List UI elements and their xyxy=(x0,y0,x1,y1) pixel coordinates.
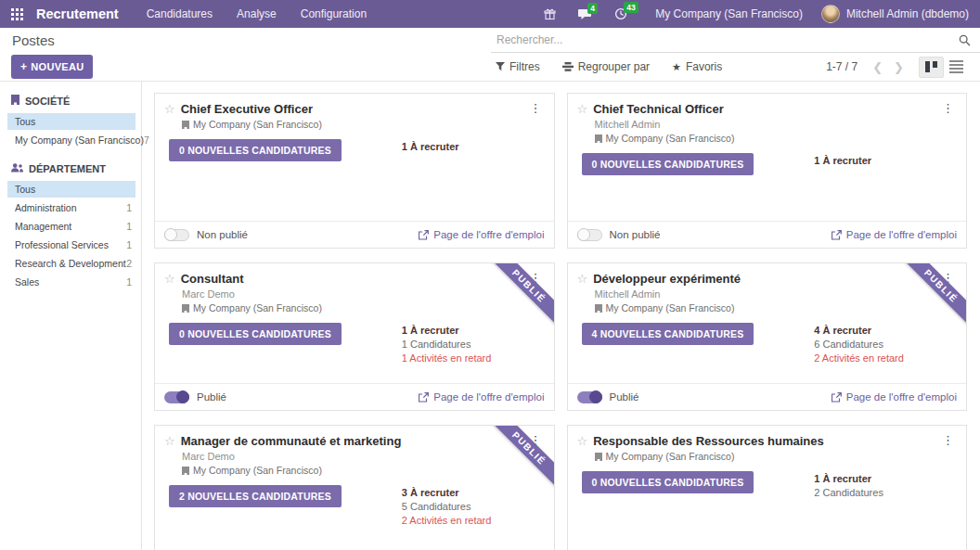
sidebar-item[interactable]: Sales 1 xyxy=(7,274,135,290)
users-icon xyxy=(11,163,23,174)
job-card[interactable]: ☆ Responsable des Ressources humaines ⋮ … xyxy=(567,425,968,550)
new-applications-button[interactable]: 0 NOUVELLES CANDIDATURES xyxy=(169,139,342,161)
sidebar-item-count: 1 xyxy=(126,202,132,213)
job-card[interactable]: ☆ Manager de communauté et marketing ⋮ M… xyxy=(154,425,555,550)
menu-analyse[interactable]: Analyse xyxy=(237,7,277,20)
filter-icon xyxy=(496,62,505,71)
search-icon[interactable] xyxy=(959,34,971,46)
sidebar-item[interactable]: Administration 1 xyxy=(7,199,135,216)
user-menu[interactable]: Mitchell Admin (dbdemo) xyxy=(846,7,969,20)
job-stat[interactable]: 1 À recruter xyxy=(402,324,492,338)
job-stat[interactable]: 1 À recruter xyxy=(814,154,871,168)
sidebar-item[interactable]: Tous xyxy=(7,113,135,130)
list-view-button[interactable] xyxy=(944,57,969,78)
sidebar-list: Tous My Company (San Francisco) 7 xyxy=(0,113,141,148)
job-page-link[interactable]: Page de l'offre d'emploi xyxy=(419,391,544,403)
sidebar-item-count: 1 xyxy=(126,276,132,288)
sidebar-section-title: DÉPARTEMENT xyxy=(29,163,106,174)
new-applications-button[interactable]: 0 NOUVELLES CANDIDATURES xyxy=(582,153,754,175)
job-stat[interactable]: 1 À recruter xyxy=(402,140,459,154)
job-page-link[interactable]: Page de l'offre d'emploi xyxy=(832,229,957,240)
gift-icon[interactable] xyxy=(544,8,556,20)
search-input[interactable] xyxy=(496,33,959,46)
building-icon xyxy=(182,304,189,313)
job-card[interactable]: ☆ Consultant ⋮ Marc Demo My Company (San… xyxy=(154,262,555,411)
job-title: Consultant xyxy=(181,272,527,286)
job-stat[interactable]: 5 Candidatures xyxy=(402,500,492,514)
kanban-view-button[interactable] xyxy=(919,57,944,78)
menu-candidatures[interactable]: Candidatures xyxy=(147,7,213,20)
sidebar-item[interactable]: Research & Development 2 xyxy=(7,255,135,272)
building-icon xyxy=(595,453,602,461)
sidebar-item[interactable]: Management 1 xyxy=(7,218,135,235)
sidebar-item-label: Administration xyxy=(15,202,77,213)
favorite-star-icon[interactable]: ☆ xyxy=(164,102,175,116)
company-line: My Company (San Francisco) xyxy=(595,451,958,462)
group-by-button[interactable]: Regrouper par xyxy=(562,60,650,73)
search-options: Filtres Regrouper par ★ Favoris xyxy=(496,60,744,73)
publish-toggle[interactable] xyxy=(164,229,189,241)
recruiter-name: Marc Demo xyxy=(182,288,545,300)
app-title[interactable]: Recrutement xyxy=(36,6,119,21)
new-applications-button[interactable]: 0 NOUVELLES CANDIDATURES xyxy=(169,323,342,345)
favorite-star-icon[interactable]: ☆ xyxy=(164,272,175,286)
job-stat[interactable]: 1 Activités en retard xyxy=(402,352,492,365)
job-stat[interactable]: 6 Candidatures xyxy=(814,338,904,352)
new-button-label: NOUVEAU xyxy=(31,61,84,72)
kebab-menu-icon[interactable]: ⋮ xyxy=(939,434,957,446)
job-stat[interactable]: 4 À recruter xyxy=(814,324,904,338)
job-page-link[interactable]: Page de l'offre d'emploi xyxy=(832,391,957,403)
company-name: My Company (San Francisco) xyxy=(193,302,322,313)
sidebar-item[interactable]: My Company (San Francisco) 7 xyxy=(7,132,135,148)
publish-toggle[interactable] xyxy=(164,391,189,403)
sidebar-item[interactable]: Professional Services 1 xyxy=(7,237,135,253)
job-stat[interactable]: 2 Activités en retard xyxy=(402,514,492,528)
job-stat[interactable]: 2 Activités en retard xyxy=(814,352,904,365)
job-stat[interactable]: 1 À recruter xyxy=(814,472,883,486)
messages-icon[interactable]: 4 xyxy=(578,8,592,20)
kebab-menu-icon[interactable]: ⋮ xyxy=(939,102,957,114)
filters-button[interactable]: Filtres xyxy=(496,60,540,73)
favorite-star-icon[interactable]: ☆ xyxy=(577,102,588,116)
new-button[interactable]: + NOUVEAU xyxy=(11,55,93,79)
group-by-icon xyxy=(562,62,574,71)
kebab-menu-icon[interactable]: ⋮ xyxy=(527,272,545,284)
sidebar-item[interactable]: Tous xyxy=(7,181,135,198)
publish-toggle[interactable] xyxy=(577,229,602,241)
publish-toggle[interactable] xyxy=(577,391,602,403)
activities-clock-icon[interactable]: 43 xyxy=(614,7,627,20)
job-stat[interactable]: 2 Candidatures xyxy=(814,486,883,500)
pager-previous-icon[interactable]: ❮ xyxy=(867,60,888,74)
pager-next-icon[interactable]: ❯ xyxy=(888,60,909,74)
kebab-menu-icon[interactable]: ⋮ xyxy=(939,272,957,284)
menu-configuration[interactable]: Configuration xyxy=(301,7,367,20)
favorite-star-icon[interactable]: ☆ xyxy=(577,272,588,286)
external-link-icon xyxy=(419,392,429,403)
company-switcher[interactable]: My Company (San Francisco) xyxy=(655,7,803,20)
sidebar-section: DÉPARTEMENT Tous Administration 1 Manage… xyxy=(0,163,141,290)
new-applications-button[interactable]: 2 NOUVELLES CANDIDATURES xyxy=(169,485,342,507)
job-card[interactable]: ☆ Chief Technical Officer ⋮ Mitchell Adm… xyxy=(567,93,968,249)
job-card[interactable]: ☆ Développeur expérimenté ⋮ Mitchell Adm… xyxy=(567,262,968,411)
job-card[interactable]: ☆ Chief Executive Officer ⋮ My Company (… xyxy=(154,93,555,249)
breadcrumb-row: Postes xyxy=(0,28,980,53)
publish-toggle-label: Non publié xyxy=(197,229,248,240)
favorite-star-icon[interactable]: ☆ xyxy=(164,434,175,448)
favorites-button[interactable]: ★ Favoris xyxy=(672,60,722,73)
kebab-menu-icon[interactable]: ⋮ xyxy=(527,434,545,446)
recruiter-name: Mitchell Admin xyxy=(595,288,958,300)
kebab-menu-icon[interactable]: ⋮ xyxy=(527,102,545,114)
apps-grid-icon[interactable] xyxy=(11,8,23,20)
user-avatar[interactable] xyxy=(821,5,840,23)
job-stat[interactable]: 3 À recruter xyxy=(402,486,492,500)
messages-badge: 4 xyxy=(587,3,598,14)
job-page-link-label: Page de l'offre d'emploi xyxy=(433,391,544,403)
job-page-link[interactable]: Page de l'offre d'emploi xyxy=(419,229,544,240)
activities-badge: 43 xyxy=(624,2,638,13)
company-name: My Company (San Francisco) xyxy=(606,133,735,144)
new-applications-button[interactable]: 0 NOUVELLES CANDIDATURES xyxy=(582,471,754,493)
sidebar-list: Tous Administration 1 Management 1 Profe… xyxy=(0,181,141,290)
job-stat[interactable]: 1 Candidatures xyxy=(402,338,492,352)
new-applications-button[interactable]: 4 NOUVELLES CANDIDATURES xyxy=(582,323,754,345)
favorite-star-icon[interactable]: ☆ xyxy=(577,434,588,448)
